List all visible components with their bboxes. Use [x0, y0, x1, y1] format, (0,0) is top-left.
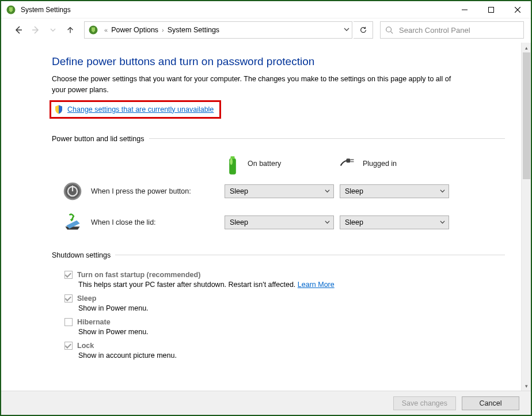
scroll-thumb[interactable] — [523, 52, 530, 179]
minimize-button[interactable] — [451, 2, 478, 18]
svg-line-10 — [391, 32, 393, 34]
plugged-in-label: Plugged in — [363, 160, 397, 168]
fast-startup-label: Turn on fast startup (recommended) — [77, 271, 200, 279]
page-description: Choose the power settings that you want … — [52, 74, 466, 96]
sleep-label: Sleep — [77, 294, 96, 302]
lid-icon — [62, 212, 83, 233]
shield-icon — [54, 104, 64, 115]
recent-dropdown[interactable] — [45, 22, 61, 38]
scroll-down-arrow[interactable]: ▾ — [522, 381, 531, 391]
window-title: System Settings — [21, 6, 71, 14]
hibernate-sub: Show in Power menu. — [78, 328, 505, 336]
search-box[interactable] — [380, 21, 524, 39]
breadcrumb-root: « — [104, 27, 108, 33]
navbar: « Power Options › System Settings — [1, 18, 531, 43]
chevron-down-icon — [325, 188, 330, 194]
svg-point-13 — [230, 158, 233, 165]
change-settings-row: Change settings that are currently unava… — [50, 100, 221, 119]
address-icon — [88, 25, 98, 35]
press-power-plugged-combo[interactable]: Sleep — [340, 184, 449, 198]
content: Define power buttons and turn on passwor… — [1, 43, 521, 391]
plug-icon — [340, 156, 356, 172]
shutdown-settings-group: Shutdown settings Turn on fast startup (… — [52, 251, 505, 365]
breadcrumb-system-settings[interactable]: System Settings — [168, 26, 219, 34]
chevron-down-icon — [325, 220, 330, 225]
shutdown-item-fast-startup: Turn on fast startup (recommended) This … — [64, 271, 505, 289]
power-button-lid-legend: Power button and lid settings — [52, 135, 149, 143]
hibernate-label: Hibernate — [77, 318, 111, 326]
shutdown-item-sleep: Sleep Show in Power menu. — [64, 294, 505, 312]
back-button[interactable] — [10, 22, 26, 38]
chevron-right-icon: › — [162, 27, 164, 33]
shutdown-item-hibernate: Hibernate Show in Power menu. — [64, 318, 505, 336]
address-dropdown[interactable] — [344, 26, 349, 34]
close-button[interactable] — [504, 2, 531, 18]
scrollbar[interactable]: ▴ ▾ — [521, 43, 531, 391]
lock-checkbox[interactable] — [64, 342, 73, 350]
cancel-button[interactable]: Cancel — [462, 396, 519, 410]
close-lid-plugged-combo[interactable]: Sleep — [340, 215, 449, 229]
learn-more-link[interactable]: Learn More — [298, 281, 335, 289]
lock-sub: Show in account picture menu. — [78, 351, 505, 360]
refresh-button[interactable] — [354, 21, 373, 39]
on-battery-label: On battery — [248, 160, 281, 168]
shutdown-settings-legend: Shutdown settings — [52, 251, 115, 259]
up-button[interactable] — [62, 22, 78, 38]
sleep-sub: Show in Power menu. — [78, 304, 505, 312]
close-lid-battery-combo[interactable]: Sleep — [225, 215, 334, 229]
lock-label: Lock — [77, 342, 94, 350]
fast-startup-checkbox[interactable] — [64, 271, 73, 279]
address-bar[interactable]: « Power Options › System Settings — [84, 21, 352, 39]
power-button-icon — [62, 181, 83, 202]
close-lid-plugged-value: Sleep — [345, 218, 363, 226]
breadcrumb-power-options[interactable]: Power Options — [111, 26, 158, 34]
svg-rect-2 — [489, 7, 494, 12]
fast-startup-sub: This helps start your PC faster after sh… — [78, 281, 298, 289]
save-changes-button[interactable]: Save changes — [393, 396, 456, 410]
press-power-plugged-value: Sleep — [345, 187, 363, 195]
svg-rect-14 — [346, 158, 350, 162]
sleep-checkbox[interactable] — [64, 294, 73, 302]
battery-icon — [225, 156, 241, 172]
shutdown-item-lock: Lock Show in account picture menu. — [64, 342, 505, 360]
app-icon — [6, 5, 16, 15]
page-title: Define power buttons and turn on passwor… — [52, 55, 505, 68]
power-button-lid-group: Power button and lid settings On battery… — [52, 135, 505, 243]
hibernate-checkbox[interactable] — [64, 318, 73, 326]
chevron-down-icon — [440, 220, 445, 225]
close-lid-battery-value: Sleep — [230, 218, 248, 226]
maximize-button[interactable] — [478, 2, 504, 18]
press-power-battery-value: Sleep — [230, 187, 248, 195]
scroll-up-arrow[interactable]: ▴ — [522, 43, 531, 52]
search-icon — [385, 26, 393, 34]
press-power-label: When I press the power button: — [91, 187, 191, 195]
titlebar: System Settings — [1, 1, 531, 18]
forward-button[interactable] — [28, 22, 44, 38]
footer: Save changes Cancel — [1, 391, 531, 415]
svg-point-9 — [386, 27, 392, 32]
chevron-down-icon — [440, 188, 445, 194]
search-input[interactable] — [398, 25, 519, 35]
change-settings-link[interactable]: Change settings that are currently unava… — [67, 105, 214, 114]
press-power-battery-combo[interactable]: Sleep — [225, 184, 334, 198]
close-lid-label: When I close the lid: — [91, 218, 156, 226]
